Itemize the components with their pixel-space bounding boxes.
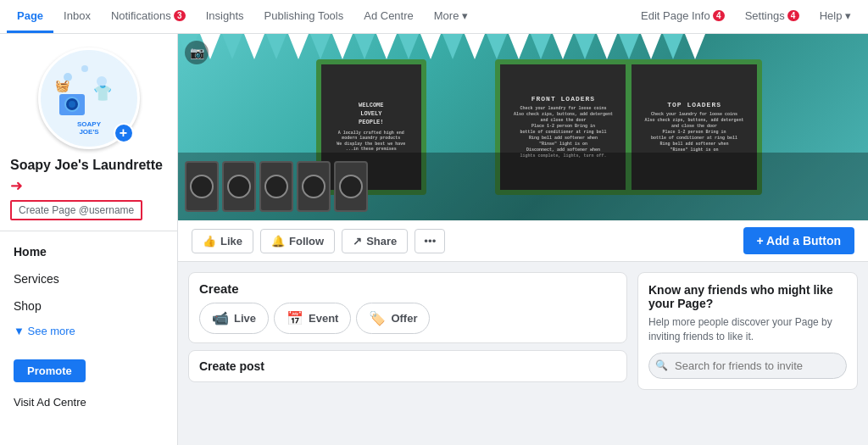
flag-6 — [288, 34, 309, 59]
svg-text:JOE'S: JOE'S — [79, 128, 99, 136]
nav-notifications-label: Notifications — [111, 9, 171, 22]
event-icon: 📅 — [287, 310, 303, 326]
share-label: Share — [366, 235, 397, 248]
nav-settings-label: Settings — [745, 9, 785, 22]
svg-point-3 — [69, 101, 75, 108]
nav-help-label: Help ▾ — [820, 9, 851, 22]
sidebar-item-shop[interactable]: Shop — [0, 292, 177, 320]
flag-21 — [619, 34, 639, 59]
arrow-icon: ➜ — [10, 176, 167, 195]
flag-15 — [487, 34, 507, 59]
nav-page[interactable]: Page — [7, 0, 53, 33]
flag-9 — [354, 34, 375, 59]
machine-5 — [334, 161, 368, 212]
machine-window-2 — [227, 175, 251, 198]
nav-page-label: Page — [17, 9, 43, 22]
nav-insights[interactable]: Insights — [196, 0, 254, 33]
sidebar-item-home-label: Home — [14, 245, 47, 259]
see-more-link[interactable]: ▼ See more — [0, 320, 177, 342]
svg-text:🧺: 🧺 — [55, 79, 70, 93]
sidebar-item-home[interactable]: Home — [0, 238, 177, 265]
create-post-field[interactable]: Create post — [188, 350, 627, 382]
right-panel: Know any friends who might like your Pag… — [637, 272, 858, 390]
nav-more-label: More ▾ — [434, 9, 468, 22]
machine-1 — [185, 161, 219, 212]
friends-invite-box: Know any friends who might like your Pag… — [637, 272, 858, 390]
friends-title: Know any friends who might like your Pag… — [648, 283, 847, 310]
create-label: Create — [199, 281, 239, 296]
add-button-cta[interactable]: + Add a Button — [743, 227, 854, 254]
frontloaders-title: FRONT LOADERS — [531, 95, 595, 103]
offer-button[interactable]: 🏷️ Offer — [356, 303, 430, 334]
flag-22 — [641, 34, 661, 59]
nav-ad-centre-label: Ad Centre — [364, 9, 414, 22]
nav-settings[interactable]: Settings 4 — [735, 0, 810, 33]
machine-window-3 — [264, 175, 288, 198]
cover-photo: WELCOMELOVELYPEOPLE! A locally crafted h… — [178, 34, 868, 220]
nav-edit-page-info[interactable]: Edit Page Info 4 — [631, 0, 735, 33]
flag-11 — [398, 34, 419, 59]
nav-ad-centre[interactable]: Ad Centre — [353, 0, 424, 33]
flag-4 — [244, 34, 264, 59]
avatar-container: 👕 SOAPY JOE'S 🧺 + — [38, 47, 140, 149]
live-button[interactable]: 📹 Live — [199, 303, 269, 334]
share-button[interactable]: ↗ Share — [342, 229, 408, 253]
sidebar-item-services[interactable]: Services — [0, 265, 177, 292]
friends-description: Help more people discover your Page by i… — [648, 315, 847, 344]
follow-label: Follow — [289, 235, 324, 248]
sidebar-item-shop-label: Shop — [14, 299, 42, 313]
promote-button[interactable]: Promote — [14, 359, 86, 382]
follow-button[interactable]: 🔔 Follow — [260, 229, 335, 253]
machine-2 — [222, 161, 256, 212]
nav-edit-page-info-label: Edit Page Info — [641, 9, 710, 22]
avatar-add-icon[interactable]: + — [114, 123, 134, 143]
sidebar-actions: Promote Visit Ad Centre — [0, 349, 177, 419]
search-friends-input[interactable] — [648, 353, 847, 379]
machine-window-5 — [339, 175, 363, 198]
flag-8 — [332, 34, 353, 59]
machine-4 — [297, 161, 331, 212]
add-button-label: + Add a Button — [757, 234, 841, 248]
username-create-box[interactable]: Create Page @username — [10, 200, 142, 220]
live-label: Live — [234, 312, 256, 325]
nav-inbox[interactable]: Inbox — [53, 0, 101, 33]
flag-19 — [575, 34, 595, 59]
event-button[interactable]: 📅 Event — [274, 303, 351, 334]
svg-text:👕: 👕 — [93, 84, 113, 103]
page-name: Soapy Joe's Laundrette — [10, 158, 167, 173]
flag-23 — [663, 34, 683, 59]
top-navigation: Page Inbox Notifications 3 Insights Publ… — [0, 0, 868, 34]
more-actions-button[interactable]: ••• — [415, 229, 445, 253]
flag-13 — [442, 34, 463, 59]
flag-14 — [465, 34, 485, 59]
like-icon: 👍 — [203, 235, 216, 248]
content-area: Create 📹 Live 📅 Event 🏷️ O — [178, 262, 868, 400]
nav-publishing-tools[interactable]: Publishing Tools — [254, 0, 354, 33]
post-composer: Create 📹 Live 📅 Event 🏷️ O — [188, 272, 627, 390]
visit-ad-centre-link[interactable]: Visit Ad Centre — [0, 389, 177, 415]
flag-5 — [266, 34, 287, 59]
nav-inbox-label: Inbox — [64, 9, 91, 22]
nav-more[interactable]: More ▾ — [424, 0, 478, 33]
like-button[interactable]: 👍 Like — [192, 229, 253, 253]
action-bar: 👍 Like 🔔 Follow ↗ Share ••• + Add a Butt… — [178, 220, 868, 262]
create-options: 📹 Live 📅 Event 🏷️ Offer — [199, 303, 616, 334]
nav-notifications[interactable]: Notifications 3 — [101, 0, 196, 33]
offer-icon: 🏷️ — [369, 310, 386, 326]
notifications-badge: 3 — [174, 10, 186, 21]
create-post-label: Create post — [199, 359, 264, 373]
flag-12 — [420, 34, 441, 59]
svg-point-6 — [81, 65, 88, 72]
main-content: WELCOMELOVELYPEOPLE! A locally crafted h… — [178, 34, 868, 445]
machine-window-4 — [302, 175, 326, 198]
page-container: 👕 SOAPY JOE'S 🧺 + Soapy Joe's Laundrette — [0, 34, 868, 445]
nav-help[interactable]: Help ▾ — [810, 0, 861, 33]
svg-point-7 — [97, 76, 107, 86]
machines-decoration — [178, 153, 868, 220]
profile-section: 👕 SOAPY JOE'S 🧺 + Soapy Joe's Laundrette — [0, 34, 177, 231]
event-label: Event — [309, 312, 338, 325]
like-label: Like — [220, 235, 242, 248]
flag-17 — [531, 34, 551, 59]
share-icon: ↗ — [353, 235, 362, 248]
cover-camera-icon[interactable]: 📷 — [185, 41, 209, 64]
